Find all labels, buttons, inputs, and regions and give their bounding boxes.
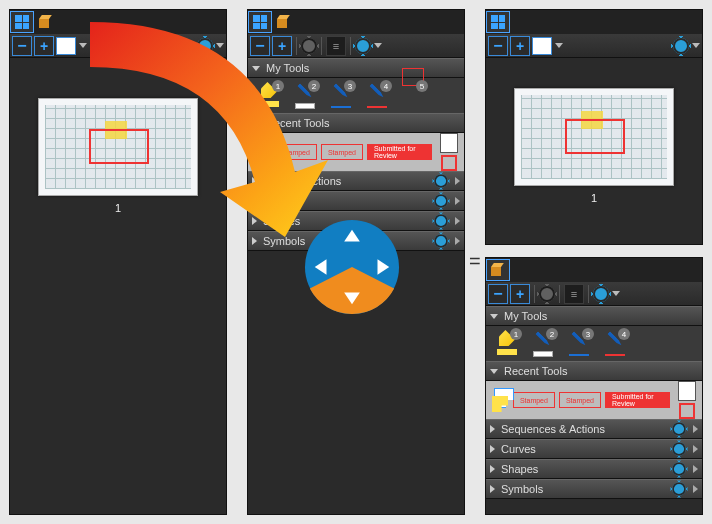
expand-button[interactable]: + [34,36,54,56]
thumbnail-label: 1 [506,192,682,204]
collapse-button[interactable]: − [488,284,508,304]
chevron-right-icon [490,485,495,493]
tool-empty[interactable]: 5 [398,82,428,86]
toolbar: − + ≡ [486,282,702,306]
collapse-button[interactable]: − [250,36,270,56]
tool-pen[interactable]: 3 [564,330,594,356]
grid-icon [491,15,505,29]
gear-icon[interactable] [672,422,686,436]
tab-row [486,258,702,282]
recent-shape[interactable] [678,381,696,401]
tab-row [10,10,226,34]
tab-row [248,10,464,34]
box3d-icon [276,15,292,29]
tool-badge: 4 [380,80,392,92]
gear-icon[interactable] [434,234,448,248]
navigation-disc[interactable] [303,218,401,316]
tool-badge: 2 [546,328,558,340]
section-sequences[interactable]: ences & Actions [248,171,464,191]
section-my-tools[interactable]: My Tools [248,58,464,78]
chevron-down-icon [490,369,498,374]
page-combo[interactable] [56,37,76,55]
tool-pen[interactable]: 4 [600,330,630,356]
filter-button[interactable]: ≡ [564,284,584,304]
recent-stamp[interactable]: Submitted for Review [367,144,432,160]
tool-pen[interactable]: 4 [362,82,392,108]
wrench-icon[interactable] [301,38,317,54]
page-thumbnail[interactable] [514,88,674,186]
section-recent-tools[interactable]: Recent Tools [248,113,464,133]
recent-rect[interactable] [441,155,457,171]
recent-stamp[interactable]: Stamped [513,392,555,408]
gear-icon[interactable] [355,38,371,54]
section-sequences[interactable]: Sequences & Actions [486,419,702,439]
collapse-button[interactable]: − [488,36,508,56]
tool-pen[interactable]: 3 [326,82,356,108]
chevron-down-icon [490,314,498,319]
section-curves[interactable]: Curves [486,439,702,459]
recent-tools-strip: Stamped Stamped Submitted for Review [486,381,702,419]
gear-icon[interactable] [197,38,213,54]
gear-icon[interactable] [434,174,448,188]
minus-icon: − [493,289,502,299]
tool-highlighter[interactable]: 1 [254,82,284,107]
filter-button[interactable]: ≡ [326,36,346,56]
recent-stamp[interactable]: Submitted for Review [605,392,670,408]
thumbnail-label: 1 [30,202,206,214]
tool-highlighter[interactable]: 1 [492,330,522,355]
recent-polygon[interactable] [492,388,509,412]
dropdown-icon [216,43,224,49]
section-label: My Tools [504,310,698,322]
recent-stamp[interactable]: Stamped [275,144,317,160]
chevron-right-icon [252,197,257,205]
section-recent-tools[interactable]: Recent Tools [486,361,702,381]
tab-3d[interactable] [272,11,296,33]
chevron-right-icon [693,485,698,493]
chevron-right-icon [252,177,257,185]
recent-rect[interactable] [679,403,695,419]
chevron-right-icon [693,445,698,453]
section-curves[interactable]: es [248,191,464,211]
tool-pen[interactable]: 2 [528,330,558,357]
collapse-button[interactable]: − [12,36,32,56]
filter-icon: ≡ [571,288,577,300]
wrench-icon[interactable] [539,286,555,302]
gear-icon[interactable] [593,286,609,302]
recent-polygon[interactable] [254,140,271,164]
tab-3d[interactable] [34,11,58,33]
chevron-right-icon [693,425,698,433]
section-label: Shapes [501,463,665,475]
expand-button[interactable]: + [272,36,292,56]
tab-grid[interactable] [486,11,510,33]
page-thumbnail[interactable] [38,98,198,196]
tool-badge: 5 [416,80,428,92]
section-shapes[interactable]: Shapes [486,459,702,479]
swatch [605,354,625,356]
section-symbols[interactable]: Symbols [486,479,702,499]
thumbnail-area: 1 [486,58,702,204]
gear-icon[interactable] [672,462,686,476]
section-my-tools[interactable]: My Tools [486,306,702,326]
tab-grid[interactable] [10,11,34,33]
polygon-icon [254,148,270,164]
tool-pen[interactable]: 2 [290,82,320,109]
recent-stamp[interactable]: Stamped [321,144,363,160]
chevron-right-icon [455,177,460,185]
expand-button[interactable]: + [510,284,530,304]
gear-icon[interactable] [434,194,448,208]
page-combo[interactable] [532,37,552,55]
gear-icon[interactable] [672,442,686,456]
expand-button[interactable]: + [510,36,530,56]
tab-grid[interactable] [248,11,272,33]
gear-icon[interactable] [673,38,689,54]
tab-3d[interactable] [486,259,510,281]
recent-stamp[interactable]: Stamped [559,392,601,408]
gear-icon[interactable] [434,214,448,228]
gear-icon[interactable] [672,482,686,496]
tool-badge: 1 [510,328,522,340]
toolbar: − + [10,34,226,58]
section-label: My Tools [266,62,460,74]
recent-tools-strip: Stamped Stamped Submitted for Review [248,133,464,171]
tab-row [486,10,702,34]
recent-shape[interactable] [440,133,458,153]
